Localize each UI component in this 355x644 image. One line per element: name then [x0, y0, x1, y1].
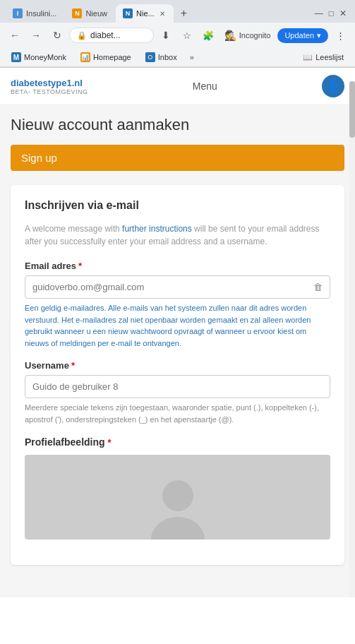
homepage-icon: 📊: [80, 52, 90, 62]
profile-field-group: Profielafbeelding *: [25, 436, 330, 539]
moneymonk-icon: M: [11, 52, 21, 62]
profile-required-star: *: [107, 437, 111, 448]
logo-main-text: diabetestype1.nl: [11, 78, 88, 88]
site-logo: diabetestype1.nl BETA- TESTOMGEVING: [11, 78, 88, 95]
minimize-icon[interactable]: —: [315, 8, 323, 18]
tab-insulin[interactable]: I Insulini...: [6, 4, 64, 23]
logo-sub-text: BETA- TESTOMGEVING: [11, 88, 88, 95]
incognito-icon: 🕵: [224, 30, 236, 41]
username-hint: Meerdere speciale tekens zijn toegestaan…: [25, 402, 330, 425]
address-text: diabet...: [90, 30, 146, 40]
bookmark-moneymonk-label: MoneyMonk: [24, 53, 66, 61]
bookmark-moneymonk[interactable]: M MoneyMonk: [6, 50, 72, 64]
menu-link[interactable]: Menu: [193, 80, 217, 92]
signup-btn-row: Sign up: [11, 145, 344, 171]
email-label-text: Email adres: [25, 261, 76, 271]
extensions-icon[interactable]: 🧩: [199, 26, 217, 44]
download-icon[interactable]: ⬇: [157, 26, 175, 44]
more-bookmarks-icon[interactable]: »: [186, 51, 198, 64]
reading-mode-label: Leeslijst: [315, 53, 344, 61]
lock-icon: 🔒: [77, 31, 87, 40]
tab-nieuw1[interactable]: N Nieuw: [65, 4, 114, 23]
tab-label-insulin: Insulini...: [26, 9, 56, 18]
email-input[interactable]: [32, 282, 313, 292]
incognito-badge: 🕵 Incognito: [220, 28, 275, 42]
welcome-link: further instructions: [122, 224, 192, 234]
user-avatar[interactable]: 👤: [322, 75, 344, 97]
back-button[interactable]: ←: [6, 26, 24, 44]
profile-silhouette: [150, 476, 206, 539]
welcome-message: A welcome message with further instructi…: [25, 222, 330, 248]
more-options-icon[interactable]: ⋮: [331, 26, 349, 44]
bookmark-star-icon[interactable]: ☆: [178, 26, 196, 44]
page-content: diabetestype1.nl BETA- TESTOMGEVING Menu…: [0, 68, 355, 597]
tab-bar: I Insulini... N Nieuw N Nie... ✕ + — □ ✕: [0, 0, 355, 23]
update-chevron-icon: ▾: [317, 31, 321, 40]
profile-label: Profielafbeelding *: [25, 436, 330, 448]
user-avatar-icon: 👤: [325, 78, 341, 94]
reading-mode-button[interactable]: 📖 Leeslijst: [297, 51, 349, 64]
page-title: Nieuw account aanmaken: [11, 116, 344, 134]
update-button-label: Updaten: [284, 31, 314, 40]
email-label: Email adres *: [25, 261, 330, 271]
new-tab-button[interactable]: +: [175, 4, 193, 23]
incognito-label: Incognito: [239, 31, 271, 40]
address-bar[interactable]: 🔒 diabet...: [69, 28, 154, 43]
bookmark-inbox[interactable]: O Inbox: [140, 50, 183, 64]
bookmark-inbox-label: Inbox: [158, 53, 177, 61]
tab-favicon-nieuw1: N: [72, 8, 82, 18]
site-header: diabetestype1.nl BETA- TESTOMGEVING Menu…: [0, 68, 355, 105]
tab-close-icon[interactable]: ✕: [158, 9, 167, 18]
scroll-thumb[interactable]: [349, 81, 355, 138]
email-clear-icon[interactable]: 🗑: [313, 282, 323, 292]
email-input-wrapper: 🗑: [25, 275, 330, 299]
profile-label-text: Profielafbeelding: [25, 436, 105, 448]
username-field-group: Username * Meerdere speciale tekens zijn…: [25, 360, 330, 425]
bookmark-homepage-label: Homepage: [93, 53, 131, 61]
inbox-icon: O: [145, 52, 155, 62]
bookmark-homepage[interactable]: 📊 Homepage: [75, 50, 137, 64]
refresh-button[interactable]: ↻: [48, 26, 66, 44]
forward-button[interactable]: →: [27, 26, 45, 44]
svg-point-1: [151, 517, 205, 539]
username-required-star: *: [71, 360, 75, 371]
main-area: Nieuw account aanmaken Sign up Inschrijv…: [0, 105, 355, 576]
username-label-text: Username: [25, 360, 69, 371]
tab-favicon-insulin: I: [13, 8, 23, 18]
bookmarks-bar: M MoneyMonk 📊 Homepage O Inbox » 📖 Leesl…: [0, 48, 355, 67]
email-hint: Een geldig e-mailadres. Alle e-mails van…: [25, 302, 330, 349]
reading-mode-icon: 📖: [303, 53, 313, 62]
tab-label-nieuw2: Nie...: [136, 9, 155, 18]
card-title: Inschrijven via e-mail: [25, 199, 330, 212]
username-input[interactable]: [32, 381, 323, 392]
signup-button[interactable]: Sign up: [11, 145, 344, 171]
email-signup-card: Inschrijven via e-mail A welcome message…: [11, 185, 344, 565]
email-field-group: Email adres * 🗑 Een geldig e-mailadres. …: [25, 261, 330, 349]
nav-bar: ← → ↻ 🔒 diabet... ⬇ ☆ 🧩 🕵 Incognito Upda…: [0, 23, 355, 48]
close-window-icon[interactable]: ✕: [339, 8, 347, 18]
browser-chrome: I Insulini... N Nieuw N Nie... ✕ + — □ ✕: [0, 0, 355, 68]
tab-favicon-nieuw2: N: [123, 8, 133, 18]
update-button[interactable]: Updaten ▾: [277, 28, 328, 43]
email-required-star: *: [78, 261, 82, 271]
svg-point-0: [162, 480, 193, 511]
profile-image-box[interactable]: [25, 455, 330, 539]
maximize-icon[interactable]: □: [329, 8, 334, 18]
tab-nieuw2[interactable]: N Nie... ✕: [116, 4, 174, 23]
username-label: Username *: [25, 360, 330, 371]
tab-label-nieuw1: Nieuw: [85, 9, 107, 18]
username-input-wrapper: [25, 375, 330, 398]
browser-window: I Insulini... N Nieuw N Nie... ✕ + — □ ✕: [0, 0, 355, 597]
scroll-track[interactable]: [349, 81, 355, 597]
